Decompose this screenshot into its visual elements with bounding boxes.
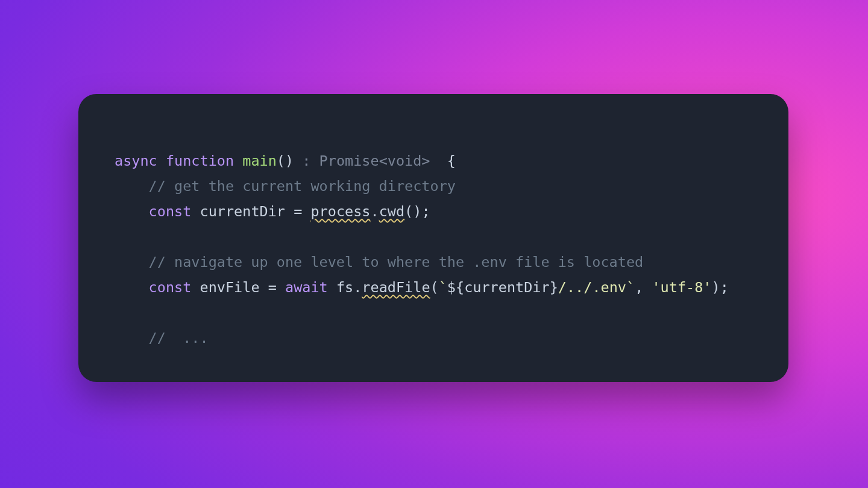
dot: . — [353, 279, 362, 296]
equals: = — [285, 203, 310, 220]
keyword-const: const — [149, 203, 192, 220]
type-hint-prefix: : — [294, 152, 319, 169]
tmpl-rest: /../.env — [558, 279, 626, 296]
tmpl-exp-ident: currentDir — [464, 279, 549, 296]
paren-open: ( — [430, 279, 439, 296]
identifier-fs: fs — [336, 279, 353, 296]
keyword-function: function — [166, 152, 234, 169]
code-block: async function main() : Promise<void> { … — [115, 148, 752, 351]
dot: . — [370, 203, 379, 220]
keyword-await: await — [285, 279, 328, 296]
string-arg: 'utf-8' — [652, 279, 711, 296]
backtick-close: ` — [626, 279, 635, 296]
type-hint: Promise<void> — [319, 152, 430, 169]
identifier-process: process — [310, 203, 370, 220]
keyword-const: const — [149, 279, 192, 296]
comment: // navigate up one level to where the .e… — [149, 254, 644, 271]
open-brace: { — [430, 152, 456, 169]
backtick-open: ` — [439, 279, 447, 296]
variable: envFile — [200, 279, 260, 296]
comment: // get the current working directory — [149, 178, 456, 195]
tmpl-exp-open: ${ — [447, 279, 464, 296]
paren-close: ); — [711, 279, 728, 296]
code-editor-panel: async function main() : Promise<void> { … — [78, 94, 788, 382]
comma: , — [635, 279, 652, 296]
call-close: (); — [404, 203, 430, 220]
method-readFile: readFile — [362, 279, 430, 296]
keyword-async: async — [115, 152, 157, 169]
parens: () — [277, 152, 294, 169]
comment: // ... — [149, 330, 209, 346]
function-name: main — [242, 152, 277, 169]
method-cwd: cwd — [379, 203, 404, 220]
tmpl-exp-close: } — [550, 279, 558, 296]
equals: = — [260, 279, 285, 296]
space — [328, 279, 336, 296]
variable: currentDir — [200, 203, 285, 220]
